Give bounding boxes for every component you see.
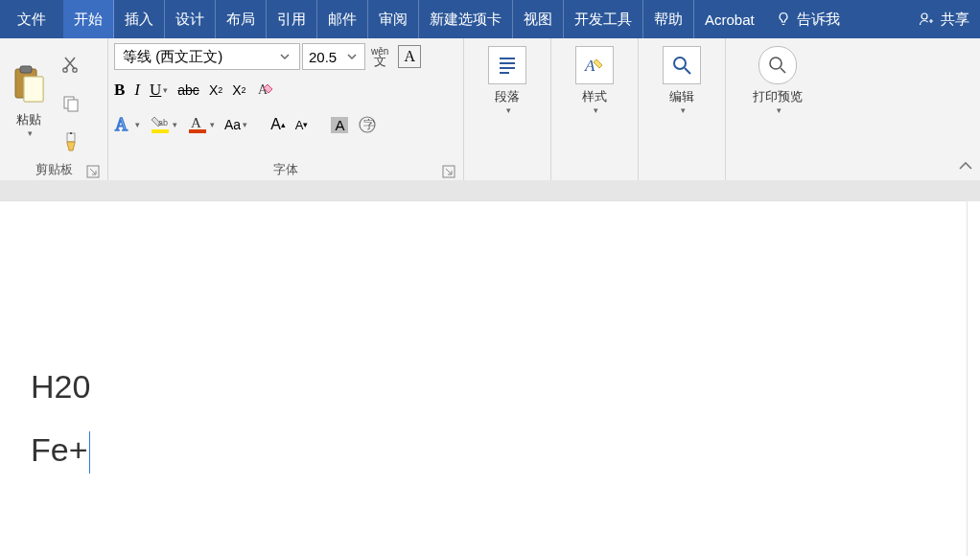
copy-button[interactable] xyxy=(54,89,88,118)
group-paragraph: 段落 ▾ xyxy=(464,38,551,180)
change-case-button[interactable]: Aa▾ xyxy=(224,117,247,132)
styles-icon: A xyxy=(575,46,614,84)
find-icon xyxy=(663,46,701,84)
caret-down-icon: ▾ xyxy=(594,105,598,115)
svg-point-23 xyxy=(770,58,782,69)
caret-down-icon: ▾ xyxy=(681,105,686,115)
strikethrough-button[interactable]: abc xyxy=(177,82,199,98)
tab-developer[interactable]: 开发工具 xyxy=(564,0,643,38)
tab-design[interactable]: 设计 xyxy=(165,0,216,38)
collapse-ribbon-button[interactable] xyxy=(957,159,974,176)
tab-file[interactable]: 文件 xyxy=(0,0,63,38)
group-label-clipboard: 剪贴板 xyxy=(6,159,102,180)
group-editing: 编辑 ▾ xyxy=(639,38,726,180)
paintbrush-icon xyxy=(61,132,81,153)
bold-button[interactable]: B xyxy=(114,81,125,100)
print-preview-button[interactable]: 打印预览 ▾ xyxy=(745,42,810,159)
text-line-1: H20 xyxy=(31,355,90,418)
character-border-button[interactable]: A xyxy=(398,45,421,68)
chevron-up-icon xyxy=(957,159,974,173)
tab-insert[interactable]: 插入 xyxy=(114,0,165,38)
lightbulb-icon xyxy=(776,12,791,27)
clipboard-dialog-launcher[interactable] xyxy=(86,165,100,178)
tab-mailings[interactable]: 邮件 xyxy=(317,0,368,38)
svg-rect-8 xyxy=(68,100,78,111)
font-dialog-launcher[interactable] xyxy=(442,165,455,178)
clipboard-icon xyxy=(9,61,49,107)
format-painter-button[interactable] xyxy=(54,128,88,157)
enclose-icon: 字 xyxy=(358,115,377,134)
text-line-2: Fe+ xyxy=(31,418,90,481)
shrink-font-button[interactable]: A▾ xyxy=(295,118,309,132)
document-page[interactable]: H20 Fe+ xyxy=(0,201,967,556)
font-name-combo[interactable]: 等线 (西文正文) xyxy=(114,43,300,70)
tab-help[interactable]: 帮助 xyxy=(643,0,694,38)
editing-button[interactable]: 编辑 ▾ xyxy=(655,42,709,159)
group-label-font: 字体 xyxy=(114,159,457,180)
cut-button[interactable] xyxy=(54,50,88,79)
svg-rect-17 xyxy=(189,129,206,133)
group-styles: A 样式 ▾ xyxy=(551,38,639,180)
group-clipboard: 粘贴 ▾ 剪贴板 xyxy=(0,38,108,180)
svg-point-0 xyxy=(922,13,927,19)
ribbon-tab-bar: 文件 开始 插入 设计 布局 引用 邮件 审阅 新建选项卡 视图 开发工具 帮助… xyxy=(0,0,980,38)
paragraph-button[interactable]: 段落 ▾ xyxy=(480,42,534,159)
share-button[interactable]: 共享 xyxy=(907,0,980,38)
caret-down-icon: ▾ xyxy=(28,128,33,138)
text-effects-icon: A xyxy=(114,116,133,133)
text-effects-button[interactable]: A▾ xyxy=(114,116,140,133)
paragraph-icon xyxy=(488,46,526,84)
tab-view[interactable]: 视图 xyxy=(513,0,564,38)
highlight-button[interactable]: ab▾ xyxy=(150,115,177,134)
eraser-icon: A xyxy=(256,81,275,99)
group-font: 等线 (西文正文) 20.5 wěn 文 A B I U▾ abc X2 xyxy=(108,38,464,180)
tab-home[interactable]: 开始 xyxy=(63,0,114,38)
tab-tellme[interactable]: 告诉我 xyxy=(765,0,851,38)
phonetic-guide-button[interactable]: wěn 文 xyxy=(367,47,392,66)
text-cursor xyxy=(89,431,90,474)
share-icon xyxy=(918,11,935,28)
character-shading-button[interactable]: A xyxy=(331,117,348,133)
tab-review[interactable]: 审阅 xyxy=(368,0,419,38)
tab-acrobat[interactable]: Acrobat xyxy=(694,0,765,38)
svg-text:A: A xyxy=(584,57,595,75)
copy-icon xyxy=(61,94,81,113)
svg-rect-10 xyxy=(70,132,72,134)
svg-text:A: A xyxy=(115,116,128,133)
clear-formatting-button[interactable]: A xyxy=(256,81,275,99)
svg-point-22 xyxy=(674,58,686,69)
grow-font-button[interactable]: A▴ xyxy=(270,116,286,133)
svg-text:ab: ab xyxy=(158,118,168,127)
subscript-button[interactable]: X2 xyxy=(209,82,222,98)
font-color-button[interactable]: A▾ xyxy=(187,115,215,134)
paste-button[interactable]: 粘贴 ▾ xyxy=(1,59,57,142)
font-size-combo[interactable]: 20.5 xyxy=(302,43,365,70)
enclose-characters-button[interactable]: 字 xyxy=(358,115,377,134)
svg-text:字: 字 xyxy=(363,118,375,131)
print-preview-icon xyxy=(758,46,797,84)
document-background xyxy=(0,180,980,201)
tab-layout[interactable]: 布局 xyxy=(216,0,267,38)
tab-references[interactable]: 引用 xyxy=(267,0,317,38)
caret-down-icon: ▾ xyxy=(777,105,782,115)
font-color-icon: A xyxy=(187,115,208,134)
tab-new[interactable]: 新建选项卡 xyxy=(419,0,513,38)
svg-rect-2 xyxy=(20,66,32,73)
svg-text:A: A xyxy=(191,115,201,130)
svg-rect-4 xyxy=(24,77,43,102)
styles-button[interactable]: A 样式 ▾ xyxy=(568,42,621,159)
document-content[interactable]: H20 Fe+ xyxy=(31,355,90,481)
chevron-down-icon xyxy=(278,50,292,63)
ribbon: 粘贴 ▾ 剪贴板 xyxy=(0,38,980,181)
underline-button[interactable]: U▾ xyxy=(150,81,168,100)
italic-button[interactable]: I xyxy=(134,81,140,100)
group-print-preview: 打印预览 ▾ xyxy=(726,38,829,180)
caret-down-icon: ▾ xyxy=(506,105,511,115)
superscript-button[interactable]: X2 xyxy=(232,82,245,98)
chevron-down-icon xyxy=(345,50,359,63)
svg-rect-9 xyxy=(67,133,75,142)
svg-rect-15 xyxy=(152,129,169,133)
scissors-icon xyxy=(61,55,81,74)
highlight-icon: ab xyxy=(150,115,171,134)
